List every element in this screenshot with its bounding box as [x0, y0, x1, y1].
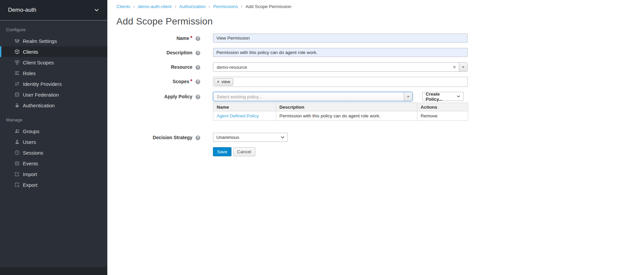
- resource-selected-value: demo-resource: [213, 65, 450, 70]
- help-icon[interactable]: ?: [196, 95, 200, 99]
- create-policy-select[interactable]: Create Policy...: [422, 92, 464, 101]
- sidebar-item-sessions[interactable]: Sessions: [0, 147, 107, 158]
- cube-icon: [14, 49, 20, 55]
- table-header-row: Name Description Actions: [213, 103, 468, 111]
- description-input[interactable]: [213, 48, 468, 57]
- chevron-down-icon: [95, 9, 99, 11]
- policy-description: Permission with this policy can do agent…: [276, 111, 417, 121]
- cancel-button[interactable]: Cancel: [233, 147, 255, 156]
- scopes-label: Scopes: [173, 79, 190, 84]
- add-scope-permission-form: Name* ? Description ?: [116, 34, 644, 156]
- chevron-down-icon: [281, 136, 284, 139]
- sidebar-item-events[interactable]: Events: [0, 158, 107, 169]
- database-icon: [14, 92, 20, 98]
- sidebar-item-import[interactable]: Import: [0, 169, 107, 179]
- sidebar-item-groups[interactable]: Groups: [0, 126, 107, 136]
- remove-tag-icon[interactable]: ×: [217, 79, 219, 84]
- form-row-description: Description ?: [116, 48, 644, 57]
- resource-select[interactable]: demo-resource ×: [213, 62, 468, 72]
- breadcrumb-separator: ›: [175, 4, 176, 9]
- form-row-apply-policy: Apply Policy ? Select existing policy...…: [116, 92, 644, 121]
- sidebar-item-user-federation[interactable]: User Federation: [0, 89, 107, 100]
- nav-configure: Realm Settings Clients Client Scopes Rol…: [0, 36, 107, 111]
- breadcrumb-separator: ›: [209, 4, 210, 9]
- description-label: Description: [167, 50, 193, 55]
- sliders-icon: [14, 38, 20, 44]
- name-input[interactable]: [213, 34, 468, 43]
- help-icon[interactable]: ?: [196, 135, 200, 140]
- breadcrumb-authorization[interactable]: Authorization: [179, 4, 206, 9]
- table-row: Agent Defined Policy Permission with thi…: [213, 111, 468, 121]
- column-header-name: Name: [213, 103, 276, 111]
- breadcrumb-separator: ›: [133, 4, 135, 9]
- section-label-configure: Configure: [0, 20, 107, 36]
- name-label: Name: [176, 36, 189, 41]
- breadcrumb-demo-auth-client[interactable]: demo-auth-client: [138, 4, 172, 9]
- sidebar-item-realm-settings[interactable]: Realm Settings: [0, 36, 107, 46]
- section-label-manage: Manage: [0, 111, 107, 126]
- remove-policy-button[interactable]: Remove: [421, 113, 437, 118]
- scope-tag-view: × view: [214, 78, 233, 86]
- help-icon[interactable]: ?: [196, 65, 200, 70]
- sidebar-item-authentication[interactable]: Authentication: [0, 100, 107, 111]
- form-row-buttons: Save Cancel: [116, 147, 644, 156]
- policy-link[interactable]: Agent Defined Policy: [217, 113, 259, 118]
- decision-strategy-value: Unanimous: [216, 135, 239, 140]
- import-icon: [14, 171, 20, 177]
- realm-name: Demo-auth: [8, 7, 36, 13]
- required-marker: *: [190, 35, 192, 41]
- page-title: Add Scope Permission: [116, 16, 644, 27]
- users-icon: [14, 128, 20, 134]
- decision-strategy-select[interactable]: Unanimous: [213, 133, 288, 142]
- chevron-down-icon[interactable]: [459, 63, 467, 71]
- sidebar-item-users[interactable]: Users: [0, 136, 107, 147]
- breadcrumb-separator: ›: [241, 4, 243, 9]
- sidebar-item-clients[interactable]: Clients: [0, 46, 107, 57]
- sidebar-item-export[interactable]: Export: [0, 179, 107, 190]
- help-icon[interactable]: ?: [196, 36, 200, 41]
- breadcrumb-permissions[interactable]: Permissions: [213, 4, 238, 9]
- export-icon: [14, 182, 20, 188]
- calendar-icon: [14, 161, 20, 166]
- column-header-description: Description: [276, 103, 417, 111]
- list-icon: [14, 70, 20, 76]
- policies-table: Name Description Actions Agent Defined P…: [213, 103, 468, 121]
- form-row-scopes: Scopes* ? × view: [116, 77, 644, 87]
- app-window: Demo-auth Configure Realm Settings Clien…: [0, 0, 644, 275]
- scope-tag-label: view: [221, 79, 230, 84]
- chevron-down-icon[interactable]: [404, 92, 412, 101]
- save-button[interactable]: Save: [213, 147, 231, 156]
- column-header-actions: Actions: [417, 103, 468, 111]
- exchange-icon: [14, 81, 20, 87]
- form-row-resource: Resource ? demo-resource ×: [116, 62, 644, 72]
- sidebar-item-identity-providers[interactable]: Identity Providers: [0, 78, 107, 89]
- form-row-name: Name* ?: [116, 34, 644, 43]
- help-icon[interactable]: ?: [196, 51, 200, 55]
- main-content: Clients › demo-auth-client › Authorizati…: [107, 0, 644, 275]
- apply-policy-select[interactable]: Select existing policy...: [213, 92, 413, 101]
- form-row-decision-strategy: Decision Strategy ? Unanimous: [116, 133, 644, 142]
- nav-manage: Groups Users Sessions Events Import Expo…: [0, 126, 107, 190]
- decision-strategy-label: Decision Strategy: [153, 135, 192, 140]
- lock-icon: [14, 103, 20, 108]
- clear-icon[interactable]: ×: [450, 64, 459, 70]
- realm-selector[interactable]: Demo-auth: [0, 0, 107, 20]
- apply-policy-placeholder: Select existing policy...: [213, 94, 404, 99]
- breadcrumb: Clients › demo-auth-client › Authorizati…: [116, 4, 644, 9]
- breadcrumb-current: Add Scope Permission: [246, 4, 291, 9]
- sidebar-footer: [0, 266, 107, 275]
- clock-icon: [14, 150, 20, 156]
- apply-policy-label: Apply Policy: [164, 94, 193, 99]
- scopes-input[interactable]: × view: [213, 77, 468, 87]
- create-policy-label: Create Policy...: [426, 92, 453, 102]
- user-icon: [14, 139, 20, 145]
- resource-label: Resource: [171, 64, 193, 70]
- help-icon[interactable]: ?: [196, 79, 200, 84]
- sidebar-item-client-scopes[interactable]: Client Scopes: [0, 57, 107, 68]
- cubes-icon: [14, 60, 20, 65]
- sidebar: Demo-auth Configure Realm Settings Clien…: [0, 0, 107, 275]
- sidebar-item-roles[interactable]: Roles: [0, 68, 107, 78]
- chevron-down-icon: [457, 95, 460, 98]
- breadcrumb-clients[interactable]: Clients: [116, 4, 130, 9]
- required-marker: *: [190, 78, 192, 84]
